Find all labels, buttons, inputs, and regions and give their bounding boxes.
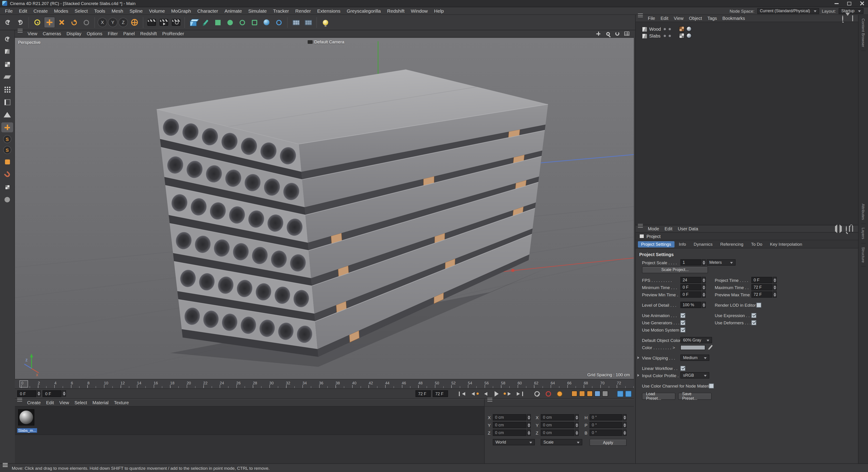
object-manager-menu-item[interactable]: File [645,16,658,21]
next-key-button[interactable] [503,390,513,397]
timeline-frame-mark[interactable]: 58 [501,379,518,389]
viewport-menu-item[interactable]: Display [64,31,84,36]
record-key-icon[interactable] [532,390,541,397]
node-material-checkbox[interactable] [709,383,714,388]
quantize-icon[interactable] [1,157,13,167]
scale-tool-icon[interactable] [56,17,67,28]
timeline-frame-mark[interactable]: 10 [104,379,121,389]
size-x-field[interactable]: 0 cm [541,414,574,420]
preview-max-spinner[interactable] [773,291,777,298]
pos-x-spinner[interactable] [527,414,531,420]
current-frame-field[interactable]: 0 F [17,390,36,397]
project-scale-field[interactable]: 1 [680,259,701,266]
viewport-menu-item[interactable]: ProRender [160,31,187,36]
menu-item[interactable]: Redshift [384,7,408,14]
toggle-views-icon[interactable] [623,31,630,37]
menu-item[interactable]: Tools [91,7,108,14]
timeline-frame-mark[interactable]: 30 [270,379,286,389]
pos-y-spinner[interactable] [527,422,531,428]
default-object-color-select[interactable]: 60% Gray [680,337,712,343]
timeline-frame-mark[interactable]: 64 [551,379,567,389]
minimum-time-field[interactable]: 0 F [680,284,701,291]
settings-icon[interactable] [852,226,853,231]
material-panel-menu-icon[interactable] [17,400,24,405]
timeline-frame-mark[interactable]: 26 [236,379,253,389]
last-used-tool-icon[interactable] [81,17,92,28]
timeline-frame-mark[interactable]: 62 [534,379,551,389]
y-axis-lock-button[interactable]: Y [108,18,118,27]
history-back-icon[interactable] [833,226,837,231]
x-axis-lock-button[interactable]: X [98,18,107,27]
z-axis-lock-button[interactable]: Z [119,18,128,27]
status-menu-icon[interactable] [3,465,9,471]
timeline-frame-mark[interactable]: 48 [418,379,435,389]
rot-b-spinner[interactable] [622,430,627,436]
maximum-time-spinner[interactable] [773,284,777,291]
close-button[interactable] [855,0,868,7]
timeline-frame-mark[interactable]: 12 [121,379,137,389]
input-color-profile-select[interactable]: sRGB [680,372,709,378]
menu-item[interactable]: Help [431,7,447,14]
start-frame-spinner[interactable] [62,390,66,397]
render-visibility-dot[interactable] [669,28,671,30]
volume-icon[interactable] [261,17,272,28]
simulate-cloth-icon[interactable] [249,17,260,28]
viewport-menu-item[interactable]: Cameras [40,31,64,36]
viewport-filter-icon[interactable] [1,195,13,205]
timeline-frame-mark[interactable]: 22 [203,379,220,389]
menu-item[interactable]: Select [71,7,91,14]
timeline-frame-mark[interactable]: 32 [286,379,303,389]
level-of-detail-field[interactable]: 100 % [680,302,701,308]
menu-item[interactable]: Simulate [245,7,270,14]
object-manager-menu-item[interactable]: Bookmarks [720,16,748,21]
timeline-frame-mark[interactable]: 8 [88,379,104,389]
stacked-concrete-slabs-model[interactable] [157,69,548,367]
redo-button[interactable] [14,17,26,28]
filter-icon[interactable] [845,16,850,21]
keyframe-selection-icon[interactable] [555,390,564,397]
view-label[interactable]: Perspective [18,40,40,45]
size-z-field[interactable]: 0 cm [541,430,574,436]
fps-spinner[interactable] [702,277,706,283]
material-menu-item[interactable]: Material [90,400,111,405]
polygons-mode-icon[interactable] [1,110,13,120]
timeline-frame-mark[interactable]: 54 [468,379,485,389]
timeline-ruler[interactable]: 0246810121416182022242628303234363840424… [15,379,634,389]
color-picker-icon[interactable] [708,345,713,350]
timeline-frame-mark[interactable]: 36 [319,379,336,389]
menu-item[interactable]: Create [30,7,51,14]
tab-to-do[interactable]: To Do [748,241,766,247]
field-icon[interactable] [273,17,284,28]
spline-pen-icon[interactable] [200,17,211,28]
timeline-frame-mark[interactable]: 46 [402,379,418,389]
object-icon[interactable] [642,33,647,39]
timeline-frame-mark[interactable]: 6 [71,379,88,389]
search-icon[interactable] [842,16,843,21]
material-menu-item[interactable]: Select [72,400,90,405]
material-menu-item[interactable]: Create [24,400,43,405]
level-of-detail-spinner[interactable] [702,302,706,308]
snap-enable-icon[interactable]: S [3,135,11,143]
project-time-field[interactable]: 0 F [751,277,772,283]
mograph-cloner-icon[interactable] [212,17,223,28]
viewport-canvas[interactable]: z x Perspective Default Camera Grid Spac… [15,37,634,379]
menu-item[interactable]: Window [408,7,431,14]
zoom-view-icon[interactable] [604,31,611,37]
preview-min-spinner[interactable] [702,291,706,298]
menu-item[interactable]: Character [194,7,221,14]
tab-key-interpolation[interactable]: Key Interpolation [767,241,805,247]
viewport-menu-item[interactable]: Options [84,31,105,36]
render-lod-checkbox[interactable] [756,302,761,307]
menu-item[interactable]: Mesh [108,7,126,14]
menu-item[interactable]: Animate [221,7,245,14]
model-mode-icon[interactable] [1,46,13,57]
attribute-menu-item[interactable]: Edit [662,226,675,231]
editor-visibility-dot[interactable] [664,35,666,37]
menu-item[interactable]: Tracker [270,7,292,14]
pos-z-field[interactable]: 0 cm [493,430,526,436]
object-name[interactable]: Wood [649,27,661,32]
object-manager-panel-menu-icon[interactable] [638,15,644,21]
project-scale-unit-select[interactable]: Meters [707,259,736,266]
tab-structure[interactable]: Structure [861,243,866,267]
rot-p-spinner[interactable] [622,422,627,428]
